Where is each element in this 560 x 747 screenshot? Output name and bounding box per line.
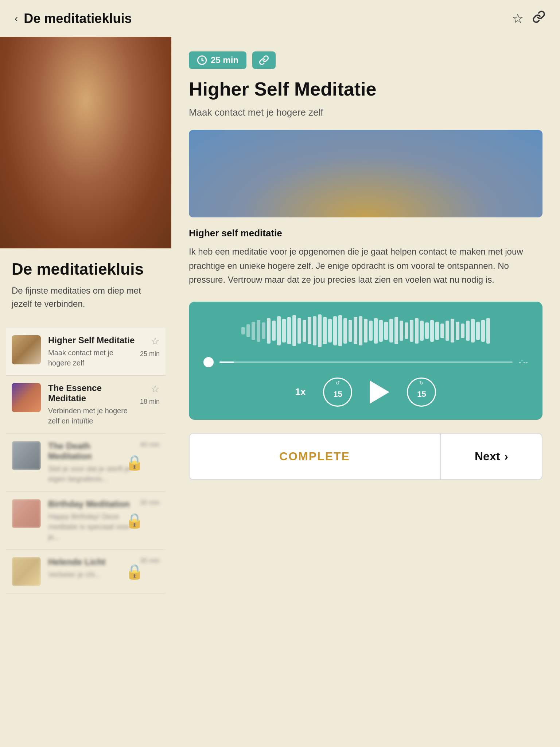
playlist-info-essence: The Essence Meditatie Verbinden met je h… [48, 383, 136, 426]
speed-button[interactable]: 1x [295, 386, 306, 398]
time-remaining: -:-- [518, 358, 528, 366]
left-col-text: De meditatiekluis De fijnste meditaties … [0, 248, 171, 328]
playlist-star-higher[interactable]: ☆ [151, 335, 160, 347]
wave-bar-12 [303, 320, 306, 342]
share-button[interactable] [532, 10, 545, 27]
duration-tag: 25 min [189, 51, 246, 69]
wave-bar-44 [466, 321, 470, 341]
back-icon: ‹ [15, 13, 18, 24]
next-button[interactable]: Next › [440, 433, 542, 480]
wave-bar-19 [338, 315, 342, 346]
wave-bar-22 [354, 317, 357, 344]
meditation-person-bg [189, 130, 542, 217]
wave-bar-5 [267, 318, 271, 344]
thumb-birthday [12, 499, 41, 528]
wave-bar-21 [349, 320, 352, 342]
wave-bar-1 [246, 324, 250, 337]
content-subtitle: Maak contact met je hogere zelf [189, 107, 542, 118]
playlist-star-essence[interactable]: ☆ [151, 383, 160, 395]
playlist-name-birthday: Birthday Meditation [48, 499, 136, 509]
playlist-item-death[interactable]: The Death Meditation Stel je voor dat je… [6, 434, 166, 492]
wave-bar-17 [328, 319, 332, 342]
progress-bar[interactable] [219, 361, 513, 363]
lock-icon-healing: 🔒 [125, 563, 144, 580]
progress-handle[interactable] [203, 357, 214, 367]
rewind-number: 15 [333, 390, 342, 398]
wave-bar-28 [384, 322, 388, 340]
rewind-arrow-icon: ↻ [335, 380, 340, 386]
rewind-button[interactable]: ↻ 15 [323, 378, 352, 407]
wave-bar-26 [374, 318, 378, 344]
forward-button[interactable]: ↻ 15 [407, 378, 436, 407]
thumb-healing [12, 557, 41, 586]
playlist-meta-healing: 30 min [140, 557, 160, 565]
wave-bar-40 [446, 321, 449, 341]
playlist-info-birthday: Birthday Meditation Happy Birthday! Deze… [48, 499, 136, 542]
wave-bar-43 [461, 324, 464, 338]
next-chevron-icon: › [504, 450, 508, 463]
wave-bar-7 [277, 316, 281, 345]
playlist-item-essence[interactable]: The Essence Meditatie Verbinden met je h… [6, 376, 166, 434]
wave-bar-29 [389, 319, 393, 342]
play-icon [370, 380, 389, 404]
playlist-desc-death: Stel je voor dat je sterft je eigen begr… [48, 464, 136, 484]
playlist-meta-essence: ☆ 18 min [140, 383, 160, 406]
playlist-item-birthday[interactable]: Birthday Meditation Happy Birthday! Deze… [6, 492, 166, 550]
wave-bar-37 [430, 320, 434, 342]
wave-bar-41 [451, 319, 454, 342]
next-label: Next [475, 450, 500, 463]
playlist-item-higher[interactable]: Higher Self Meditatie Maak contact met j… [6, 328, 166, 376]
playlist-name-healing: Helende Licht [48, 557, 136, 567]
playlist-info-healing: Helende Licht Verbeter je chi... [48, 557, 136, 580]
wave-bar-27 [379, 320, 383, 342]
wave-bar-0 [241, 327, 245, 334]
header-title: De meditatiekluis [24, 11, 132, 26]
wave-bar-15 [318, 314, 322, 347]
wave-bar-36 [425, 322, 429, 339]
left-column: MEDITATIEKLUIS De fijnste meditaties om … [0, 37, 171, 594]
playlist-meta-death: 40 min [140, 441, 160, 449]
complete-button[interactable]: COMPLETE [189, 433, 440, 480]
wave-bar-10 [292, 315, 296, 346]
wave-bar-20 [343, 318, 347, 344]
rewind-circle: ↻ 15 [323, 378, 352, 407]
wave-bar-35 [420, 321, 424, 341]
wave-bar-47 [481, 320, 485, 342]
duration-label: 25 min [211, 55, 238, 65]
wave-bar-25 [369, 321, 373, 341]
wave-bar-3 [257, 320, 260, 342]
duration-healing: 30 min [140, 557, 160, 565]
wave-bar-6 [272, 321, 276, 341]
wave-bar-42 [456, 322, 459, 340]
forward-number: 15 [417, 390, 426, 398]
playlist: Higher Self Meditatie Maak contact met j… [0, 328, 171, 594]
wave-bar-34 [415, 318, 419, 344]
link-tag[interactable] [252, 51, 276, 69]
progress-row[interactable]: -:-- [203, 357, 528, 367]
wave-bar-23 [359, 316, 362, 345]
bottom-buttons: COMPLETE Next › [189, 433, 542, 480]
wave-bar-16 [323, 317, 327, 344]
main-content: MEDITATIEKLUIS De fijnste meditaties om … [0, 37, 560, 594]
wave-bar-38 [435, 322, 439, 340]
play-button[interactable] [370, 380, 389, 404]
collection-desc: De fijnste meditaties om diep met jezelf… [12, 284, 160, 310]
favorite-button[interactable]: ☆ [512, 11, 524, 26]
collection-title: De meditatiekluis [12, 260, 160, 278]
wave-bar-45 [471, 319, 475, 342]
player-controls: 1x ↻ 15 ↻ 15 [203, 378, 528, 407]
playlist-desc-essence: Verbinden met je hogere zelf en intuïtie [48, 406, 136, 426]
thumb-death [12, 441, 41, 470]
wave-bar-18 [333, 316, 337, 345]
playlist-name-higher: Higher Self Meditatie [48, 335, 136, 345]
wave-bar-48 [486, 318, 490, 344]
section-title: Higher self meditatie [189, 228, 542, 239]
right-column: 25 min Higher Self Meditatie Maak contac… [171, 37, 560, 594]
back-button[interactable]: ‹ [15, 13, 18, 24]
thumb-essence [12, 383, 41, 412]
playlist-desc-higher: Maak contact met je hogere zelf [48, 348, 136, 368]
lock-icon-birthday: 🔒 [125, 512, 144, 529]
playlist-item-healing[interactable]: Helende Licht Verbeter je chi... 🔒 30 mi… [6, 550, 166, 594]
star-icon: ☆ [512, 11, 524, 26]
playlist-meta-higher: ☆ 25 min [140, 335, 160, 358]
